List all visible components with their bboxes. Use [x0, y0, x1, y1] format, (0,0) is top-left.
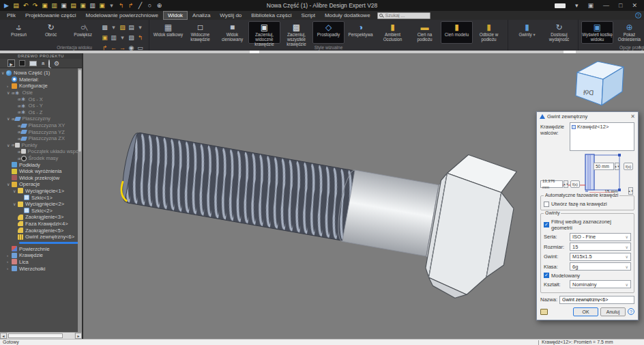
view-cube-button[interactable]: Wyświetl kostkę widoku: [581, 21, 613, 44]
tree-item[interactable]: oo Widok wyróżnienia: [0, 168, 82, 175]
tree-item[interactable]: oo Powierzchnie: [0, 245, 82, 252]
undo-icon[interactable]: ↶: [22, 2, 29, 9]
tree-item[interactable]: › oo Konfiguracje: [0, 83, 82, 89]
ribbon-collapse-icon[interactable]: ∧: [638, 44, 641, 50]
tree-item[interactable]: oo Początek układu współrzędnych: [0, 148, 82, 155]
tree-item[interactable]: oo Oś - Y: [0, 102, 82, 109]
tree-item[interactable]: oo Zaokrąglenie<5>: [0, 227, 82, 234]
export-icon[interactable]: ▥: [89, 2, 96, 9]
tree-horizontal-scrollbar[interactable]: ◄ ►: [0, 332, 82, 339]
cylinder-edges-list[interactable]: Krawędź<12>: [570, 122, 634, 151]
klasa-select[interactable]: 6g ∨: [570, 262, 631, 271]
menu-item-widok[interactable]: Widok: [164, 12, 187, 19]
tree-settings-icon[interactable]: ⚙: [54, 59, 59, 68]
expander-icon[interactable]: ∨: [1, 70, 6, 75]
dropdown-icon[interactable]: ▾: [108, 2, 115, 9]
help-icon[interactable]: ?: [635, 12, 641, 18]
tree-item[interactable]: ∨ oo Płaszczyzny: [0, 115, 82, 122]
expander-icon[interactable]: ›: [7, 260, 12, 264]
ambient-occlusion-button[interactable]: Ambient Occlusion: [377, 21, 409, 44]
save-icon[interactable]: ▤: [12, 2, 20, 9]
offset-equation-button[interactable]: f(x): [570, 180, 580, 188]
dialog-titlebar[interactable]: Gwint zewnętrzny ✕: [537, 112, 638, 121]
search-icon[interactable]: ○: [146, 2, 153, 9]
bottom-dim-spinner[interactable]: ▲▼: [628, 187, 633, 195]
tree-search-icon[interactable]: [48, 59, 50, 68]
shaded-visible-edges-button[interactable]: Zacieniuj, widoczne krawędzie: [248, 21, 280, 44]
theme-toggle[interactable]: [555, 3, 566, 8]
edge-list-item[interactable]: Krawędź<12>: [572, 124, 632, 130]
tree-item[interactable]: ∨ oo Wyciągnięcie<1>: [0, 188, 82, 195]
tree-item[interactable]: oo Materiał:: [0, 77, 82, 83]
tree-item[interactable]: oo Oś - X: [0, 96, 82, 102]
viewport-3d[interactable]: Dół Gwint zewnętrzny ✕ Krawędzie walców:…: [83, 53, 644, 339]
menu-item-analiza[interactable]: Analiza: [188, 12, 214, 19]
tree-item[interactable]: › oo Wierzchołki: [0, 265, 82, 272]
threads-button[interactable]: Gwinty: [511, 21, 543, 44]
view-back-icon[interactable]: ▨: [118, 23, 127, 31]
performance-button[interactable]: Dostosuj wydajność: [543, 21, 575, 44]
pencil-icon[interactable]: ╱: [136, 2, 144, 9]
display-mode-icon[interactable]: [19, 60, 25, 66]
menu-item-plik[interactable]: Plik: [3, 12, 20, 19]
expander-icon[interactable]: ∨: [13, 202, 18, 206]
bolt-hex-head[interactable]: [422, 151, 522, 305]
expander-icon[interactable]: ∨: [7, 143, 12, 148]
show-references-button[interactable]: Pokaż Odniesienia: [613, 21, 644, 44]
new-part-icon[interactable]: ▣: [41, 2, 48, 9]
maximize-button[interactable]: □: [619, 2, 622, 9]
scroll-left-icon[interactable]: ◄: [0, 333, 7, 339]
rotate-button[interactable]: Obróć: [35, 21, 67, 44]
menu-item-script[interactable]: Script: [297, 12, 319, 19]
tree-item[interactable]: ∨ oo Osie: [0, 89, 82, 96]
length-input[interactable]: 50 mm: [594, 163, 614, 170]
seria-select[interactable]: ISO - Fine ∨: [570, 233, 631, 241]
view-cube[interactable]: Dół: [568, 55, 633, 112]
dialog-help-icon[interactable]: ?: [628, 308, 634, 315]
shaded-all-edges-button[interactable]: Zacieniuj, wszystkie krawędzie: [280, 21, 312, 44]
tree-item[interactable]: oo Oś - Z: [0, 109, 82, 116]
menu-item-biblioteka[interactable]: Biblioteka części: [247, 12, 295, 19]
bolt-shank[interactable]: [342, 170, 439, 256]
tree-item[interactable]: oo Płaszczyzna ZX: [0, 135, 82, 142]
rozmiar-select[interactable]: 15 ∨: [570, 243, 631, 251]
gwint-select[interactable]: M15x1.5 ∨: [570, 253, 631, 261]
bolt-threaded-shaft[interactable]: [125, 133, 356, 241]
view-front-icon[interactable]: ▩: [100, 23, 109, 31]
expander-icon[interactable]: ∨: [7, 116, 12, 121]
rotate-left-icon[interactable]: ↰: [136, 33, 145, 42]
shape-select[interactable]: Nominalny ∨: [570, 280, 631, 288]
menu-item-projektowanie[interactable]: Projektowanie części: [21, 12, 80, 19]
tree-item[interactable]: oo: [0, 240, 82, 245]
color-properties-icon[interactable]: [540, 309, 548, 315]
ok-button[interactable]: OK: [573, 307, 598, 316]
tree-item[interactable]: oo Szkic<1>: [0, 194, 82, 201]
tree-item[interactable]: oo Gwint zewnętrzny<6>: [0, 234, 82, 240]
tree-item[interactable]: › oo Krawędzie: [0, 252, 82, 259]
feature-name-input[interactable]: [559, 296, 634, 304]
tree-item[interactable]: oo Faza Krawędzi<4>: [0, 221, 82, 227]
create-chamfer-checkbox-row[interactable]: Utwórz fazę na krawędzi: [544, 201, 631, 207]
tree-item[interactable]: oo Płaszczyzna XY: [0, 122, 82, 129]
view-iso-icon[interactable]: ▧: [127, 33, 136, 42]
snapshot-icon[interactable]: [29, 61, 37, 66]
tree-item[interactable]: oo Płaszczyzna YZ: [0, 128, 82, 135]
length-equation-button[interactable]: f(x): [624, 163, 633, 170]
close-button[interactable]: ✕: [632, 2, 637, 9]
tree-item[interactable]: oo Zaokrąglenie<3>: [0, 214, 82, 221]
expander-icon[interactable]: ›: [7, 266, 12, 271]
tree-item[interactable]: ∨ oo Punkty: [0, 142, 82, 149]
collapse-tree-icon[interactable]: »: [39, 61, 47, 65]
expander-icon[interactable]: ›: [7, 253, 12, 258]
view-left-icon[interactable]: ▤: [127, 23, 136, 31]
tree-item[interactable]: oo Szkic<2>: [0, 207, 82, 214]
orthographic-button[interactable]: Prostopadły: [312, 21, 345, 44]
expander-icon[interactable]: ∨: [7, 182, 12, 187]
scroll-right-icon[interactable]: ►: [75, 333, 82, 339]
shaded-view-button[interactable]: Widok cieniowany: [216, 21, 248, 44]
layout-icon[interactable]: ▣: [588, 2, 594, 9]
tree-item[interactable]: oo Podkłady: [0, 161, 82, 168]
ground-reflection-button[interactable]: Odbicie w podłożu: [473, 21, 505, 44]
import-icon[interactable]: ▣: [98, 2, 106, 9]
menu-item-modelowanie[interactable]: Modelowanie powierzchniowe: [82, 12, 162, 19]
